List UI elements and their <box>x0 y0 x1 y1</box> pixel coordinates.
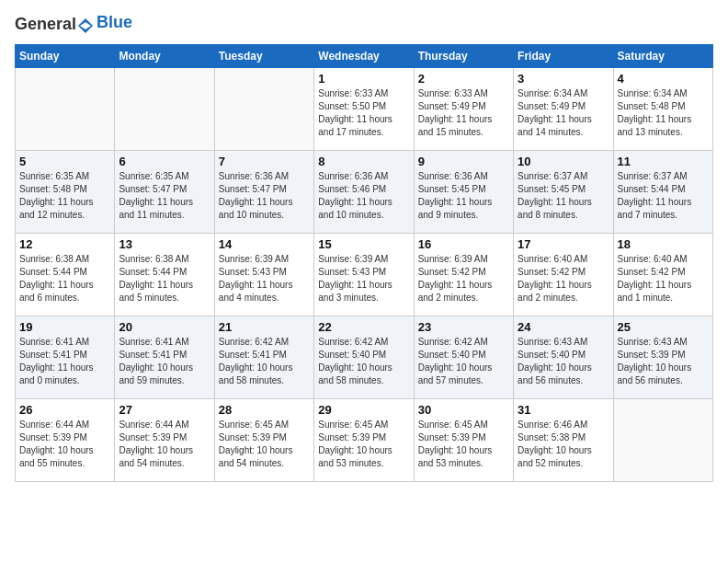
logo-icon <box>76 17 95 35</box>
calendar-cell: 16Sunrise: 6:39 AM Sunset: 5:42 PM Dayli… <box>414 233 513 316</box>
calendar-cell: 19Sunrise: 6:41 AM Sunset: 5:41 PM Dayli… <box>16 316 115 398</box>
calendar-week-row: 19Sunrise: 6:41 AM Sunset: 5:41 PM Dayli… <box>16 316 713 398</box>
calendar-week-row: 12Sunrise: 6:38 AM Sunset: 5:44 PM Dayli… <box>16 233 713 316</box>
weekday-thursday: Thursday <box>414 44 513 67</box>
day-info: Sunrise: 6:36 AM Sunset: 5:46 PM Dayligh… <box>318 170 409 222</box>
day-number: 15 <box>318 237 409 251</box>
day-number: 4 <box>618 72 709 86</box>
calendar-cell: 1Sunrise: 6:33 AM Sunset: 5:50 PM Daylig… <box>314 67 414 150</box>
calendar-cell: 29Sunrise: 6:45 AM Sunset: 5:39 PM Dayli… <box>314 398 414 481</box>
day-info: Sunrise: 6:40 AM Sunset: 5:42 PM Dayligh… <box>518 253 609 304</box>
day-info: Sunrise: 6:34 AM Sunset: 5:49 PM Dayligh… <box>518 87 609 139</box>
day-info: Sunrise: 6:42 AM Sunset: 5:41 PM Dayligh… <box>219 336 310 387</box>
calendar-cell: 31Sunrise: 6:46 AM Sunset: 5:38 PM Dayli… <box>514 398 613 481</box>
day-number: 18 <box>618 237 709 251</box>
calendar-cell: 27Sunrise: 6:44 AM Sunset: 5:39 PM Dayli… <box>115 398 214 481</box>
day-number: 16 <box>418 237 509 251</box>
day-info: Sunrise: 6:36 AM Sunset: 5:45 PM Dayligh… <box>418 170 509 222</box>
day-info: Sunrise: 6:35 AM Sunset: 5:47 PM Dayligh… <box>119 170 210 222</box>
day-info: Sunrise: 6:45 AM Sunset: 5:39 PM Dayligh… <box>418 419 509 470</box>
calendar-cell: 2Sunrise: 6:33 AM Sunset: 5:49 PM Daylig… <box>414 67 513 150</box>
day-info: Sunrise: 6:41 AM Sunset: 5:41 PM Dayligh… <box>19 336 110 387</box>
calendar-week-row: 1Sunrise: 6:33 AM Sunset: 5:50 PM Daylig… <box>16 67 713 150</box>
day-info: Sunrise: 6:44 AM Sunset: 5:39 PM Dayligh… <box>119 419 210 470</box>
day-info: Sunrise: 6:42 AM Sunset: 5:40 PM Dayligh… <box>418 336 509 387</box>
day-number: 17 <box>518 237 609 251</box>
weekday-saturday: Saturday <box>613 44 712 67</box>
day-number: 29 <box>318 403 409 417</box>
calendar-body: 1Sunrise: 6:33 AM Sunset: 5:50 PM Daylig… <box>16 67 713 481</box>
calendar-week-row: 26Sunrise: 6:44 AM Sunset: 5:39 PM Dayli… <box>16 398 713 481</box>
day-number: 20 <box>119 320 210 334</box>
logo-text-general: General <box>15 15 76 33</box>
day-number: 6 <box>119 155 210 168</box>
day-number: 26 <box>19 403 110 417</box>
day-number: 25 <box>618 320 709 334</box>
calendar-cell: 28Sunrise: 6:45 AM Sunset: 5:39 PM Dayli… <box>214 398 313 481</box>
calendar-cell: 6Sunrise: 6:35 AM Sunset: 5:47 PM Daylig… <box>115 150 214 233</box>
day-number: 11 <box>618 155 709 168</box>
day-info: Sunrise: 6:36 AM Sunset: 5:47 PM Dayligh… <box>219 170 310 222</box>
calendar-cell: 9Sunrise: 6:36 AM Sunset: 5:45 PM Daylig… <box>414 150 513 233</box>
page-header: General Blue <box>15 15 713 35</box>
calendar-cell: 18Sunrise: 6:40 AM Sunset: 5:42 PM Dayli… <box>613 233 712 316</box>
day-number: 27 <box>119 403 210 417</box>
calendar-table: SundayMondayTuesdayWednesdayThursdayFrid… <box>15 44 713 482</box>
day-info: Sunrise: 6:33 AM Sunset: 5:50 PM Dayligh… <box>318 87 409 139</box>
calendar-cell: 21Sunrise: 6:42 AM Sunset: 5:41 PM Dayli… <box>214 316 313 398</box>
weekday-tuesday: Tuesday <box>214 44 313 67</box>
calendar-cell <box>16 67 115 150</box>
day-number: 1 <box>318 72 409 86</box>
day-info: Sunrise: 6:34 AM Sunset: 5:48 PM Dayligh… <box>618 87 709 139</box>
day-info: Sunrise: 6:39 AM Sunset: 5:43 PM Dayligh… <box>318 253 409 304</box>
calendar-cell: 30Sunrise: 6:45 AM Sunset: 5:39 PM Dayli… <box>414 398 513 481</box>
day-info: Sunrise: 6:43 AM Sunset: 5:40 PM Dayligh… <box>518 336 609 387</box>
calendar-cell: 5Sunrise: 6:35 AM Sunset: 5:48 PM Daylig… <box>16 150 115 233</box>
calendar-cell: 10Sunrise: 6:37 AM Sunset: 5:45 PM Dayli… <box>514 150 613 233</box>
day-number: 28 <box>219 403 310 417</box>
day-number: 13 <box>119 237 210 251</box>
calendar-cell: 4Sunrise: 6:34 AM Sunset: 5:48 PM Daylig… <box>613 67 712 150</box>
calendar-cell <box>214 67 313 150</box>
day-info: Sunrise: 6:38 AM Sunset: 5:44 PM Dayligh… <box>19 253 110 304</box>
calendar-cell: 14Sunrise: 6:39 AM Sunset: 5:43 PM Dayli… <box>214 233 313 316</box>
weekday-header-row: SundayMondayTuesdayWednesdayThursdayFrid… <box>16 44 713 67</box>
day-info: Sunrise: 6:39 AM Sunset: 5:43 PM Dayligh… <box>219 253 310 304</box>
day-info: Sunrise: 6:45 AM Sunset: 5:39 PM Dayligh… <box>219 419 310 470</box>
calendar-cell: 3Sunrise: 6:34 AM Sunset: 5:49 PM Daylig… <box>514 67 613 150</box>
calendar-cell: 17Sunrise: 6:40 AM Sunset: 5:42 PM Dayli… <box>514 233 613 316</box>
calendar-cell: 7Sunrise: 6:36 AM Sunset: 5:47 PM Daylig… <box>214 150 313 233</box>
day-info: Sunrise: 6:37 AM Sunset: 5:45 PM Dayligh… <box>518 170 609 222</box>
day-info: Sunrise: 6:39 AM Sunset: 5:42 PM Dayligh… <box>418 253 509 304</box>
day-number: 21 <box>219 320 310 334</box>
day-number: 12 <box>19 237 110 251</box>
day-info: Sunrise: 6:33 AM Sunset: 5:49 PM Dayligh… <box>418 87 509 139</box>
weekday-sunday: Sunday <box>16 44 115 67</box>
calendar-cell: 23Sunrise: 6:42 AM Sunset: 5:40 PM Dayli… <box>414 316 513 398</box>
day-number: 5 <box>19 155 110 168</box>
calendar-cell: 15Sunrise: 6:39 AM Sunset: 5:43 PM Dayli… <box>314 233 414 316</box>
calendar-cell: 26Sunrise: 6:44 AM Sunset: 5:39 PM Dayli… <box>16 398 115 481</box>
day-number: 8 <box>318 155 409 168</box>
day-number: 2 <box>418 72 509 86</box>
calendar-cell <box>613 398 712 481</box>
calendar-cell: 11Sunrise: 6:37 AM Sunset: 5:44 PM Dayli… <box>613 150 712 233</box>
weekday-friday: Friday <box>514 44 613 67</box>
weekday-wednesday: Wednesday <box>314 44 414 67</box>
day-info: Sunrise: 6:37 AM Sunset: 5:44 PM Dayligh… <box>618 170 709 222</box>
day-number: 24 <box>518 320 609 334</box>
calendar-cell: 25Sunrise: 6:43 AM Sunset: 5:39 PM Dayli… <box>613 316 712 398</box>
day-info: Sunrise: 6:38 AM Sunset: 5:44 PM Dayligh… <box>119 253 210 304</box>
calendar-cell <box>115 67 214 150</box>
day-number: 22 <box>318 320 409 334</box>
day-info: Sunrise: 6:40 AM Sunset: 5:42 PM Dayligh… <box>618 253 709 304</box>
day-number: 10 <box>518 155 609 168</box>
logo: General Blue <box>15 15 132 35</box>
calendar-cell: 24Sunrise: 6:43 AM Sunset: 5:40 PM Dayli… <box>514 316 613 398</box>
day-number: 3 <box>518 72 609 86</box>
day-number: 7 <box>219 155 310 168</box>
day-number: 19 <box>19 320 110 334</box>
logo-text-blue: Blue <box>97 13 132 32</box>
day-info: Sunrise: 6:35 AM Sunset: 5:48 PM Dayligh… <box>19 170 110 222</box>
day-info: Sunrise: 6:43 AM Sunset: 5:39 PM Dayligh… <box>618 336 709 387</box>
